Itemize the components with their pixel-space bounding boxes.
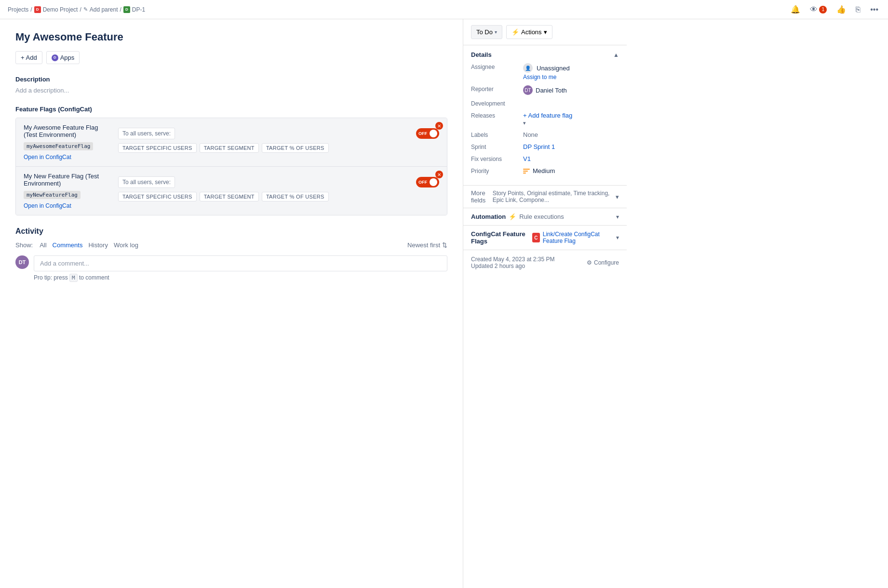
toggle-knob-2 [430, 178, 437, 186]
labels-value: None [523, 131, 619, 138]
configcat-link[interactable]: Link/Create ConfigCat Feature Flag [543, 231, 616, 244]
configure-link[interactable]: ⚙ Configure [587, 259, 619, 266]
assignee-row: Assignee 👤 Unassigned Assign to me [471, 63, 619, 80]
configcat-row: ConfigCat Feature Flags C Link/Create Co… [463, 226, 627, 250]
breadcrumb-projects[interactable]: Projects [8, 6, 28, 13]
breadcrumb: Projects / D Demo Project / ✎ Add parent… [8, 6, 789, 13]
more-button[interactable]: ••• [868, 3, 880, 16]
filter-worklog[interactable]: Work log [111, 241, 141, 250]
more-icon: ••• [870, 5, 878, 14]
like-button[interactable]: 👍 [834, 3, 848, 16]
flag-btn-target-users-1[interactable]: TARGET SPECIFIC USERS [118, 143, 197, 153]
flag-scroll[interactable]: ✕ My Awesome Feature Flag (Test Environm… [16, 118, 447, 215]
add-feature-flag-button[interactable]: + Add feature flag [523, 112, 619, 119]
fix-versions-label: Fix versions [471, 155, 519, 162]
assignee-name: Unassigned [537, 65, 570, 72]
reporter-row: Reporter DT Daniel Toth [471, 85, 619, 95]
reporter-label: Reporter [471, 85, 519, 93]
gear-icon: ⚙ [587, 259, 592, 266]
labels-row: Labels None [471, 131, 619, 138]
priority-bar-1 [523, 169, 530, 170]
status-chevron-icon: ▾ [495, 29, 497, 35]
description-section: Description Add a description... [15, 76, 447, 94]
configcat-icon: C [532, 233, 540, 242]
breadcrumb-sep-1: / [30, 6, 32, 13]
sprint-row: Sprint DP Sprint 1 [471, 143, 619, 150]
fix-versions-value[interactable]: V1 [523, 155, 619, 162]
toggle-1[interactable]: OFF [416, 128, 439, 139]
filter-history[interactable]: History [85, 241, 110, 250]
flags-container: ✕ My Awesome Feature Flag (Test Environm… [15, 118, 447, 215]
page: Projects / D Demo Project / ✎ Add parent… [0, 0, 888, 588]
toggle-text-2: OFF [418, 180, 427, 185]
flag-btn-target-segment-1[interactable]: TARGET SEGMENT [200, 143, 259, 153]
priority-icon [523, 169, 530, 174]
assignee-label: Assignee [471, 63, 519, 70]
configure-label: Configure [594, 259, 619, 266]
flag-btn-target-users-2[interactable]: TARGET SPECIFIC USERS [118, 192, 197, 201]
breadcrumb-demo-project[interactable]: Demo Project [43, 6, 78, 13]
flag-card-1: ✕ My Awesome Feature Flag (Test Environm… [16, 118, 447, 167]
pro-tip-suffix: to comment [79, 274, 109, 281]
toolbar: + Add ⚙ Apps [15, 51, 447, 64]
activity-section: Activity Show: All Comments History Work… [15, 227, 447, 281]
flag-controls-1: To all users, serve: OFF [118, 128, 439, 139]
top-actions: 🔔 👁 1 👍 ⎘ ••• [789, 3, 880, 16]
configcat-expand-button[interactable]: ▾ [616, 234, 619, 241]
comment-row: DT Add a comment... [15, 255, 447, 271]
automation-lightning-icon: ⚡ [509, 213, 516, 220]
flag-title-2: My New Feature Flag (Test Environment) [24, 173, 110, 187]
flag-btn-target-pct-1[interactable]: TARGET % OF USERS [262, 143, 329, 153]
share-icon: ⎘ [856, 5, 861, 14]
watch-count: 1 [819, 6, 827, 13]
priority-text: Medium [533, 167, 555, 174]
share-button[interactable]: ⎘ [854, 3, 862, 16]
priority-value: Medium [523, 167, 619, 174]
more-fields-extra: Story Points, Original estimate, Time tr… [493, 190, 616, 203]
releases-row: Releases + Add feature flag ▾ [471, 112, 619, 126]
filter-all[interactable]: All [37, 241, 49, 250]
flag-link-1[interactable]: Open in ConfigCat [24, 154, 71, 160]
more-fields-row[interactable]: More fields Story Points, Original estim… [463, 186, 627, 208]
sort-selector[interactable]: Newest first ⇅ [407, 241, 447, 249]
reporter-avatar-icon: DT [523, 85, 533, 95]
flag-right-1: To all users, serve: OFF TARGET SP [118, 124, 439, 153]
breadcrumb-add-parent[interactable]: Add parent [90, 6, 118, 13]
flag-btn-target-segment-2[interactable]: TARGET SEGMENT [200, 192, 259, 201]
breadcrumb-issue-id[interactable]: DP-1 [132, 6, 145, 13]
automation-expand-button[interactable]: ▾ [616, 214, 619, 220]
pro-tip-text: Pro tip: press [34, 274, 68, 281]
filter-comments[interactable]: Comments [50, 241, 86, 250]
details-collapse-button[interactable]: ▲ [613, 52, 619, 58]
comment-input[interactable]: Add a comment... [34, 255, 447, 271]
flag-btn-target-pct-2[interactable]: TARGET % OF USERS [262, 192, 329, 201]
add-button[interactable]: + Add [15, 51, 42, 64]
automation-title: Automation [471, 213, 506, 220]
sprint-value[interactable]: DP Sprint 1 [523, 143, 619, 150]
status-button[interactable]: To Do ▾ [471, 25, 502, 39]
flag-buttons-1: TARGET SPECIFIC USERS TARGET SEGMENT TAR… [118, 143, 439, 153]
description-placeholder[interactable]: Add a description... [15, 87, 447, 94]
priority-bar-2 [523, 171, 528, 172]
watch-button[interactable]: 👁 1 [808, 3, 829, 16]
meta-dates: Created May 4, 2023 at 2:35 PM Updated 2… [471, 256, 554, 269]
reporter-value: DT Daniel Toth [523, 85, 619, 95]
flag-row-1: My Awesome Feature Flag (Test Environmen… [24, 124, 439, 160]
lightning-icon: ⚡ [511, 28, 519, 36]
sidebar: To Do ▾ ⚡ Actions ▾ Details ▲ Assignee [463, 19, 627, 588]
priority-bar-3 [523, 173, 526, 174]
actions-button[interactable]: ⚡ Actions ▾ [506, 25, 552, 39]
flag-title-1: My Awesome Feature Flag (Test Environmen… [24, 124, 110, 138]
configcat-left: ConfigCat Feature Flags C Link/Create Co… [471, 230, 616, 245]
assign-me-link[interactable]: Assign to me [523, 74, 619, 80]
flag-code-1: myAwesomeFeatureFlag [24, 142, 93, 150]
page-title: My Awesome Feature [15, 31, 447, 43]
notifications-button[interactable]: 🔔 [789, 3, 802, 16]
eye-icon: 👁 [810, 5, 818, 14]
releases-label: Releases [471, 112, 519, 119]
toggle-2[interactable]: OFF [416, 177, 439, 187]
flag-link-2[interactable]: Open in ConfigCat [24, 202, 71, 209]
priority-label: Priority [471, 167, 519, 174]
rule-executions-link[interactable]: Rule executions [519, 213, 564, 220]
apps-button[interactable]: ⚙ Apps [46, 51, 80, 64]
